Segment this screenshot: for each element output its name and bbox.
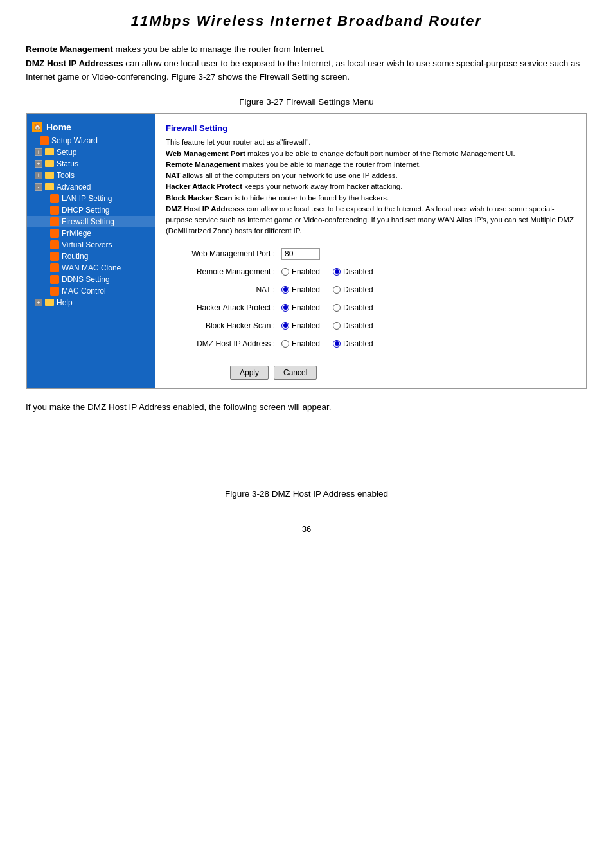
block-scan-radio-group: Enabled Disabled (281, 320, 373, 332)
sidebar-item-routing-label: Routing (62, 252, 88, 261)
hacker-protect-disabled-option[interactable]: Disabled (333, 302, 373, 314)
help-expand-icon: + (35, 299, 42, 306)
intro-paragraph: Remote Management makes you be able to m… (26, 42, 587, 84)
block-scan-enabled-radio[interactable] (281, 322, 289, 330)
virtual-servers-icon (50, 240, 59, 249)
hacker-protect-enabled-option[interactable]: Enabled (281, 302, 320, 314)
setup-expand-icon: + (35, 148, 42, 156)
help-folder-icon (45, 299, 54, 306)
sidebar-item-wan-mac-label: WAN MAC Clone (62, 263, 121, 272)
setup-wizard-icon (40, 136, 49, 145)
sidebar-home[interactable]: 🏠 Home (27, 120, 155, 135)
sidebar-item-firewall-label: Firewall Setting (62, 217, 114, 226)
remote-mgmt-enabled-radio[interactable] (281, 268, 289, 276)
block-scan-disabled-radio[interactable] (333, 322, 341, 330)
nat-disabled-radio[interactable] (333, 286, 341, 294)
sidebar: 🏠 Home Setup Wizard + Setup + Status + T… (27, 114, 155, 388)
web-mgmt-label: Web Management Port : (166, 248, 281, 260)
fw-desc-webmgmt-bold: Web Management Port (166, 150, 245, 157)
sidebar-item-firewall[interactable]: Firewall Setting (27, 216, 155, 227)
nat-row: NAT : Enabled Disabled (166, 281, 576, 299)
nat-disabled-option[interactable]: Disabled (333, 284, 373, 296)
sidebar-item-privilege-label: Privilege (62, 229, 91, 238)
hacker-protect-row: Hacker Attack Protect : Enabled Disabled (166, 299, 576, 317)
sidebar-item-dhcp[interactable]: DHCP Setting (27, 204, 155, 216)
remote-mgmt-row: Remote Management : Enabled Disabled (166, 263, 576, 281)
remote-mgmt-disabled-option[interactable]: Disabled (333, 266, 373, 278)
remote-mgmt-disabled-radio[interactable] (333, 268, 341, 276)
ddns-icon (50, 275, 59, 284)
sidebar-item-advanced[interactable]: - Advanced (27, 181, 155, 193)
intro-bold1: Remote Management (26, 44, 113, 54)
sidebar-item-lan-ip[interactable]: LAN IP Setting (27, 193, 155, 204)
dmz-disabled-option[interactable]: Disabled (333, 338, 373, 350)
status-folder-icon (45, 160, 54, 167)
sidebar-item-status-label: Status (57, 159, 78, 168)
block-scan-enabled-option[interactable]: Enabled (281, 320, 320, 332)
block-scan-row: Block Hacker Scan : Enabled Disabled (166, 317, 576, 335)
sidebar-item-status[interactable]: + Status (27, 158, 155, 170)
block-scan-disabled-label: Disabled (343, 320, 373, 332)
lan-ip-icon (50, 194, 59, 203)
routing-icon (50, 252, 59, 261)
dmz-disabled-radio[interactable] (333, 340, 341, 348)
sidebar-item-mac-control-label: MAC Control (62, 287, 106, 296)
firewall-icon (50, 217, 59, 226)
button-row: Apply Cancel (166, 366, 576, 380)
sidebar-item-privilege[interactable]: Privilege (27, 227, 155, 239)
sidebar-item-tools-label: Tools (57, 171, 75, 180)
tools-folder-icon (45, 172, 54, 179)
fw-desc-block-bold: Block Hacker Scan (166, 194, 233, 202)
block-scan-disabled-option[interactable]: Disabled (333, 320, 373, 332)
web-mgmt-port-input[interactable] (281, 248, 320, 260)
figure1-caption: Figure 3-27 Firewall Settings Menu (26, 97, 587, 107)
home-icon: 🏠 (32, 122, 42, 132)
nat-enabled-label: Enabled (292, 284, 320, 296)
status-expand-icon: + (35, 160, 42, 168)
advanced-expand-icon: - (35, 183, 42, 191)
remote-mgmt-enabled-option[interactable]: Enabled (281, 266, 320, 278)
sidebar-item-setup-wizard[interactable]: Setup Wizard (27, 135, 155, 146)
hacker-protect-enabled-radio[interactable] (281, 304, 289, 312)
router-ui-frame: 🏠 Home Setup Wizard + Setup + Status + T… (26, 113, 587, 389)
nat-enabled-radio[interactable] (281, 286, 289, 294)
dmz-label: DMZ Host IP Address : (166, 338, 281, 350)
nat-enabled-option[interactable]: Enabled (281, 284, 320, 296)
hacker-protect-disabled-radio[interactable] (333, 304, 341, 312)
block-scan-label: Block Hacker Scan : (166, 320, 281, 332)
figure2-caption-bold: Figure 3-28 (225, 489, 269, 499)
web-mgmt-row: Web Management Port : (166, 245, 576, 263)
hacker-protect-disabled-label: Disabled (343, 302, 373, 314)
wan-mac-icon (50, 263, 59, 272)
sidebar-item-setup[interactable]: + Setup (27, 146, 155, 158)
dmz-enabled-radio[interactable] (281, 340, 289, 348)
mac-control-icon (50, 287, 59, 296)
sidebar-item-mac-control[interactable]: MAC Control (27, 285, 155, 297)
sidebar-item-routing[interactable]: Routing (27, 251, 155, 262)
dmz-enabled-option[interactable]: Enabled (281, 338, 320, 350)
block-scan-enabled-label: Enabled (292, 320, 320, 332)
intro-text1: makes you be able to manage the router f… (113, 44, 325, 54)
sidebar-item-dhcp-label: DHCP Setting (62, 206, 109, 215)
sidebar-item-lan-ip-label: LAN IP Setting (62, 194, 112, 203)
apply-button[interactable]: Apply (230, 366, 269, 380)
sidebar-item-setup-label: Setup (57, 148, 76, 157)
fw-desc-nat-bold: NAT (166, 172, 181, 179)
figure2-caption-normal: DMZ Host IP Address enabled (269, 489, 388, 499)
sidebar-item-tools[interactable]: + Tools (27, 170, 155, 181)
sidebar-item-help[interactable]: + Help (27, 297, 155, 308)
sidebar-item-virtual-servers-label: Virtual Servers (62, 240, 112, 249)
advanced-folder-icon (45, 183, 54, 190)
sidebar-item-advanced-label: Advanced (57, 182, 91, 191)
sidebar-item-ddns[interactable]: DDNS Setting (27, 274, 155, 285)
remote-mgmt-label: Remote Management : (166, 266, 281, 278)
figure2-caption: Figure 3-28 DMZ Host IP Address enabled (26, 489, 587, 499)
firewall-description: This feature let your router act as a"fi… (166, 137, 576, 236)
cancel-button[interactable]: Cancel (274, 366, 317, 380)
privilege-icon (50, 229, 59, 238)
remote-mgmt-radio-group: Enabled Disabled (281, 266, 373, 278)
sidebar-item-virtual-servers[interactable]: Virtual Servers (27, 239, 155, 251)
fw-desc-remote-bold: Remote Management (166, 161, 240, 168)
hacker-protect-label: Hacker Attack Protect : (166, 302, 281, 314)
sidebar-item-wan-mac[interactable]: WAN MAC Clone (27, 262, 155, 274)
